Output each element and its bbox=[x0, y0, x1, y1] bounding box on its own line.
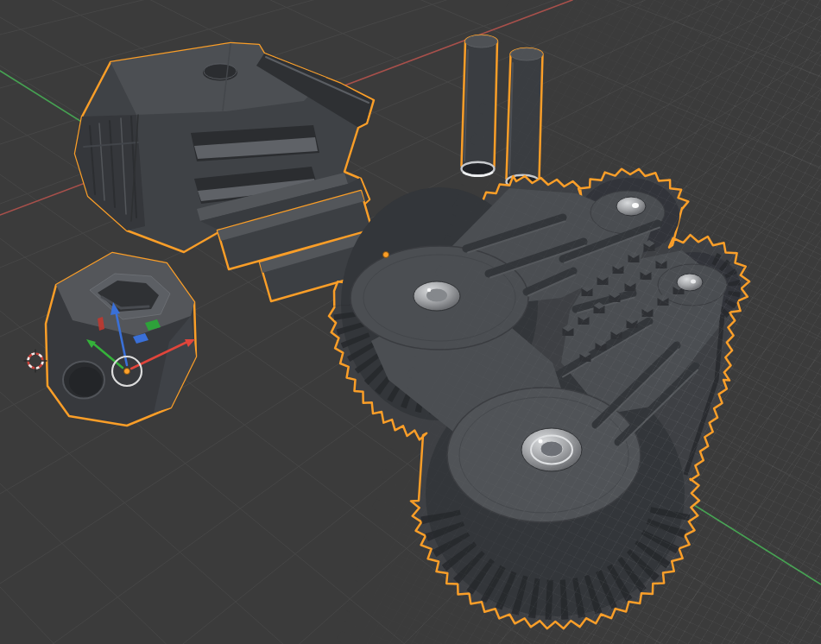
object-origin-dot[interactable] bbox=[383, 252, 389, 258]
cylinder-top-cap[interactable] bbox=[511, 48, 543, 60]
cursor-3d bbox=[24, 350, 47, 372]
pin-cylinder-2[interactable] bbox=[507, 48, 543, 189]
sprocket2-hub[interactable] bbox=[677, 274, 703, 291]
blender-3d-viewport[interactable] bbox=[0, 0, 821, 644]
pin-cylinder-1[interactable] bbox=[462, 35, 498, 176]
sprocket1-hub[interactable] bbox=[616, 197, 646, 216]
scene-svg bbox=[0, 0, 821, 644]
hull-top-hole[interactable] bbox=[203, 65, 237, 81]
gizmo-center-dot[interactable] bbox=[124, 369, 130, 375]
track-assembly[interactable] bbox=[329, 169, 749, 628]
cylinder-top-cap[interactable] bbox=[465, 35, 497, 47]
